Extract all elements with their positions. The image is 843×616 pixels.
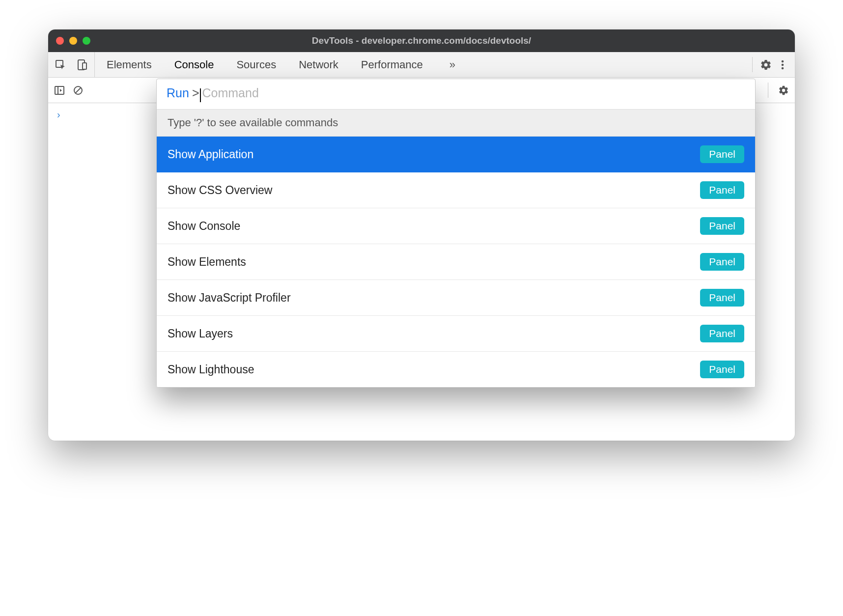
tabstrip-right-tools bbox=[743, 52, 795, 77]
command-item-show-elements[interactable]: Show Elements Panel bbox=[157, 244, 755, 280]
svg-rect-6 bbox=[55, 86, 64, 94]
command-item-show-application[interactable]: Show Application Panel bbox=[157, 137, 755, 172]
command-input-placeholder: Command bbox=[202, 86, 258, 100]
device-toolbar-icon[interactable] bbox=[75, 57, 89, 72]
tabs-overflow-icon[interactable]: » bbox=[443, 52, 462, 77]
divider bbox=[768, 83, 768, 98]
tab-label: Network bbox=[299, 58, 338, 71]
inspect-element-icon[interactable] bbox=[53, 57, 68, 72]
svg-point-4 bbox=[782, 63, 784, 66]
tab-network[interactable]: Network bbox=[296, 52, 341, 77]
command-item-label: Show Console bbox=[168, 220, 240, 233]
devtools-window: DevTools - developer.chrome.com/docs/dev… bbox=[48, 29, 795, 441]
command-item-show-javascript-profiler[interactable]: Show JavaScript Profiler Panel bbox=[157, 280, 755, 316]
tabstrip-left-tools bbox=[48, 52, 95, 77]
tab-label: Sources bbox=[236, 58, 276, 71]
command-palette: Run > Command Type '?' to see available … bbox=[156, 79, 756, 388]
svg-point-3 bbox=[782, 60, 784, 62]
command-item-label: Show JavaScript Profiler bbox=[168, 291, 291, 305]
tab-performance[interactable]: Performance bbox=[358, 52, 426, 77]
clear-console-icon[interactable] bbox=[71, 83, 85, 98]
tab-sources[interactable]: Sources bbox=[233, 52, 279, 77]
command-item-show-console[interactable]: Show Console Panel bbox=[157, 208, 755, 244]
panel-badge: Panel bbox=[700, 145, 744, 163]
command-input-row[interactable]: Run > Command bbox=[157, 79, 755, 109]
command-item-label: Show Application bbox=[168, 148, 253, 161]
maximize-window-button[interactable] bbox=[83, 37, 90, 45]
panel-badge: Panel bbox=[700, 361, 744, 378]
command-item-show-lighthouse[interactable]: Show Lighthouse Panel bbox=[157, 352, 755, 387]
command-item-label: Show Elements bbox=[168, 255, 246, 269]
panel-badge: Panel bbox=[700, 181, 744, 199]
run-label: Run bbox=[167, 86, 189, 100]
settings-gear-icon[interactable] bbox=[759, 57, 773, 72]
tab-label: Elements bbox=[107, 58, 152, 71]
command-item-show-css-overview[interactable]: Show CSS Overview Panel bbox=[157, 172, 755, 208]
prompt-chevron-icon: › bbox=[57, 109, 60, 120]
kebab-menu-icon[interactable] bbox=[775, 57, 790, 72]
command-list: Show Application Panel Show CSS Overview… bbox=[157, 137, 755, 387]
panel-badge: Panel bbox=[700, 217, 744, 235]
text-cursor bbox=[200, 88, 201, 102]
tab-elements[interactable]: Elements bbox=[104, 52, 155, 77]
tab-label: Console bbox=[174, 58, 214, 71]
panel-badge: Panel bbox=[700, 289, 744, 307]
run-gt: > bbox=[192, 86, 199, 100]
tab-label: Performance bbox=[361, 58, 423, 71]
console-settings-gear-icon[interactable] bbox=[776, 83, 791, 98]
command-item-label: Show Lighthouse bbox=[168, 363, 254, 376]
window-title: DevTools - developer.chrome.com/docs/dev… bbox=[48, 35, 795, 46]
command-hint: Type '?' to see available commands bbox=[157, 109, 755, 137]
divider bbox=[752, 57, 753, 72]
close-window-button[interactable] bbox=[56, 37, 64, 45]
panel-badge: Panel bbox=[700, 325, 744, 342]
overflow-glyph: » bbox=[450, 58, 455, 71]
svg-point-5 bbox=[782, 67, 784, 69]
minimize-window-button[interactable] bbox=[69, 37, 77, 45]
svg-rect-2 bbox=[83, 63, 86, 69]
console-sidebar-toggle-icon[interactable] bbox=[52, 83, 67, 98]
titlebar: DevTools - developer.chrome.com/docs/dev… bbox=[48, 29, 795, 52]
tab-console[interactable]: Console bbox=[171, 52, 217, 77]
panel-tabstrip: Elements Console Sources Network Perform… bbox=[48, 52, 795, 78]
panel-badge: Panel bbox=[700, 253, 744, 271]
command-item-show-layers[interactable]: Show Layers Panel bbox=[157, 316, 755, 352]
command-item-label: Show Layers bbox=[168, 327, 233, 340]
command-item-label: Show CSS Overview bbox=[168, 184, 272, 197]
window-controls bbox=[56, 37, 90, 45]
panel-tabs: Elements Console Sources Network Perform… bbox=[95, 52, 462, 77]
